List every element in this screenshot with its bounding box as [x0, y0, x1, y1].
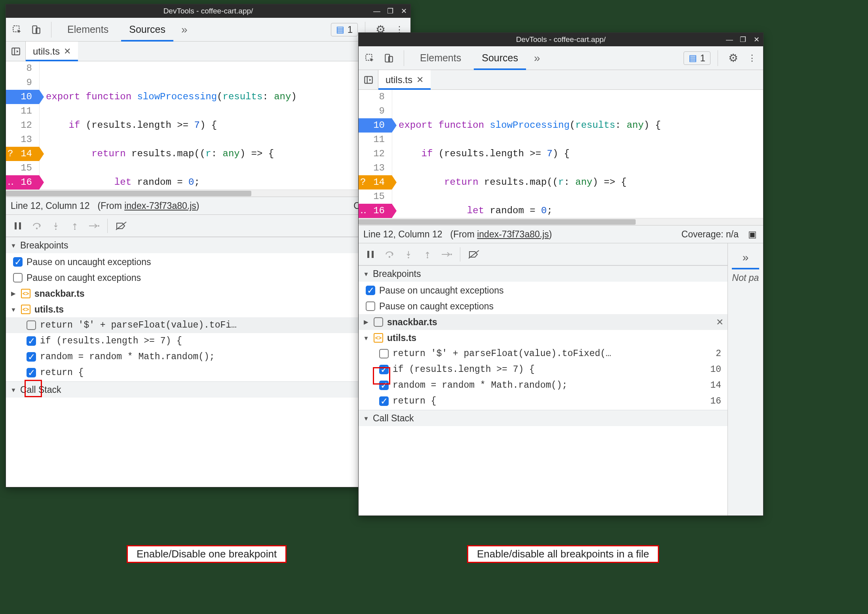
file-tab-utils[interactable]: utils.ts ✕ — [26, 42, 78, 61]
breakpoint-item[interactable]: ✓ random = random * Math.random(); 14 — [6, 349, 410, 365]
checkbox-icon[interactable]: ✓ — [27, 352, 36, 362]
breakpoint-file-group[interactable]: ▶ <> snackbar.ts — [6, 286, 410, 301]
inspect-element-icon[interactable] — [9, 22, 25, 38]
code-content[interactable]: export function slowProcessing(results: … — [40, 61, 410, 190]
code-editor[interactable]: 8 9 10 11 12 13 ?14 15 ‥16 export functi… — [6, 61, 410, 190]
close-icon[interactable]: ✕ — [399, 7, 408, 15]
settings-gear-icon[interactable] — [725, 50, 741, 66]
source-map-link[interactable]: index-73f73a80.js — [124, 201, 196, 211]
minimize-icon[interactable]: — — [372, 7, 381, 15]
line-number-breakpoint[interactable]: 10 — [359, 118, 392, 133]
deactivate-breakpoints-icon[interactable] — [112, 217, 130, 235]
line-number-breakpoint[interactable]: 10 — [6, 90, 39, 104]
close-tab-icon[interactable]: ✕ — [416, 75, 424, 85]
line-number-logpoint[interactable]: ‥16 — [359, 204, 392, 218]
horizontal-scrollbar[interactable] — [6, 190, 410, 197]
line-number[interactable]: 9 — [359, 104, 392, 118]
navigator-toggle-icon[interactable] — [6, 42, 26, 61]
checkbox-icon[interactable]: ✓ — [13, 257, 23, 267]
line-number[interactable]: 11 — [359, 133, 392, 147]
more-tabs-icon[interactable]: » — [177, 23, 192, 36]
step-over-icon[interactable] — [381, 246, 398, 263]
line-gutter[interactable]: 8 9 10 11 12 13 ?14 15 ‥16 — [6, 61, 40, 190]
device-toolbar-icon[interactable] — [381, 50, 397, 66]
line-number[interactable]: 9 — [6, 76, 39, 90]
callstack-section-header[interactable]: ▼ Call Stack — [359, 410, 727, 426]
tab-elements[interactable]: Elements — [411, 46, 470, 70]
line-number[interactable]: 8 — [359, 90, 392, 104]
code-editor[interactable]: 8 9 10 11 12 13 ?14 15 ‥16 export functi… — [359, 90, 763, 218]
checkbox-icon[interactable]: ✓ — [27, 336, 36, 346]
code-content[interactable]: export function slowProcessing(results: … — [392, 90, 763, 218]
issues-badge[interactable]: ▤ 1 — [684, 51, 710, 65]
collapse-bottom-icon[interactable]: ▣ — [746, 229, 758, 240]
source-map-link[interactable]: index-73f73a80.js — [477, 229, 549, 239]
line-number[interactable]: 12 — [6, 118, 39, 133]
line-number[interactable]: 12 — [359, 147, 392, 161]
breakpoint-item[interactable]: return '$' + parseFloat(value).toFixed(…… — [359, 346, 727, 362]
checkbox-icon[interactable]: ✓ — [27, 368, 36, 377]
horizontal-scrollbar[interactable] — [359, 218, 763, 225]
callstack-section-header[interactable]: ▼ Call Stack — [6, 382, 410, 398]
remove-file-breakpoints-icon[interactable]: ✕ — [716, 317, 724, 328]
pause-caught-toggle[interactable]: Pause on caught exceptions — [359, 298, 727, 314]
tab-elements[interactable]: Elements — [59, 18, 117, 41]
file-tab-utils[interactable]: utils.ts ✕ — [378, 70, 431, 89]
minimize-icon[interactable]: — — [725, 36, 734, 44]
step-icon[interactable] — [438, 246, 455, 263]
breakpoint-item[interactable]: ✓ return { 16 — [359, 393, 727, 409]
close-icon[interactable]: ✕ — [752, 35, 761, 44]
breakpoint-file-group[interactable]: ▶ snackbar.ts ✕ — [359, 314, 727, 330]
line-number[interactable]: 15 — [6, 161, 39, 175]
line-number[interactable]: 8 — [6, 61, 39, 76]
line-number-conditional-breakpoint[interactable]: ?14 — [6, 147, 39, 161]
issues-badge[interactable]: ▤ 1 — [331, 23, 358, 36]
breakpoint-file-group[interactable]: ▼ <> utils.ts — [359, 330, 727, 346]
maximize-icon[interactable]: ❐ — [739, 35, 747, 44]
expand-triangle-icon[interactable]: ▶ — [363, 318, 370, 326]
line-number-logpoint[interactable]: ‥16 — [6, 175, 39, 190]
checkbox-icon[interactable] — [27, 320, 36, 330]
line-number[interactable]: 15 — [359, 190, 392, 204]
breakpoint-file-group[interactable]: ▼ <> utils.ts — [6, 301, 410, 317]
step-into-icon[interactable] — [400, 246, 417, 263]
sidebar-more-icon[interactable]: » — [732, 247, 759, 269]
checkbox-icon[interactable]: ✓ — [366, 286, 375, 295]
step-into-icon[interactable] — [47, 217, 65, 235]
breakpoint-item[interactable]: ✓ if (results.length >= 7) { 10 — [6, 333, 410, 349]
breakpoint-item[interactable]: ✓ random = random * Math.random(); 14 — [359, 377, 727, 393]
expand-triangle-icon[interactable]: ▶ — [10, 290, 17, 297]
pause-uncaught-toggle[interactable]: ✓ Pause on uncaught exceptions — [359, 282, 727, 298]
step-icon[interactable] — [85, 217, 103, 235]
device-toolbar-icon[interactable] — [28, 22, 44, 38]
step-out-icon[interactable] — [419, 246, 436, 263]
checkbox-icon[interactable]: ✓ — [379, 365, 389, 374]
pause-resume-icon[interactable] — [9, 217, 27, 235]
line-gutter[interactable]: 8 9 10 11 12 13 ?14 15 ‥16 — [359, 90, 392, 218]
step-over-icon[interactable] — [28, 217, 46, 235]
inspect-element-icon[interactable] — [362, 50, 378, 66]
breakpoint-item[interactable]: ✓ return { 16 — [6, 365, 410, 381]
line-number-conditional-breakpoint[interactable]: ?14 — [359, 175, 392, 190]
line-number[interactable]: 11 — [6, 104, 39, 118]
tab-sources[interactable]: Sources — [120, 18, 174, 41]
checkbox-icon[interactable] — [13, 273, 23, 282]
tab-sources[interactable]: Sources — [473, 46, 527, 70]
pause-resume-icon[interactable] — [362, 246, 379, 263]
expand-triangle-icon[interactable]: ▼ — [10, 306, 17, 313]
deactivate-breakpoints-icon[interactable] — [465, 246, 482, 263]
more-tabs-icon[interactable]: » — [530, 52, 544, 64]
checkbox-icon[interactable] — [379, 349, 389, 358]
breakpoints-section-header[interactable]: ▼ Breakpoints — [6, 237, 410, 253]
file-group-checkbox[interactable] — [374, 317, 383, 327]
checkbox-icon[interactable] — [366, 301, 375, 311]
checkbox-icon[interactable]: ✓ — [379, 396, 389, 406]
step-out-icon[interactable] — [66, 217, 84, 235]
close-tab-icon[interactable]: ✕ — [64, 46, 71, 57]
line-number[interactable]: 13 — [359, 161, 392, 175]
breakpoint-item[interactable]: return '$' + parseFloat(value).toFi… ✎ ✕… — [6, 317, 410, 333]
kebab-menu-icon[interactable]: ⋮ — [744, 50, 760, 66]
breakpoints-section-header[interactable]: ▼ Breakpoints — [359, 266, 727, 282]
navigator-toggle-icon[interactable] — [359, 70, 378, 89]
breakpoint-item[interactable]: ✓ if (results.length >= 7) { 10 — [359, 362, 727, 377]
